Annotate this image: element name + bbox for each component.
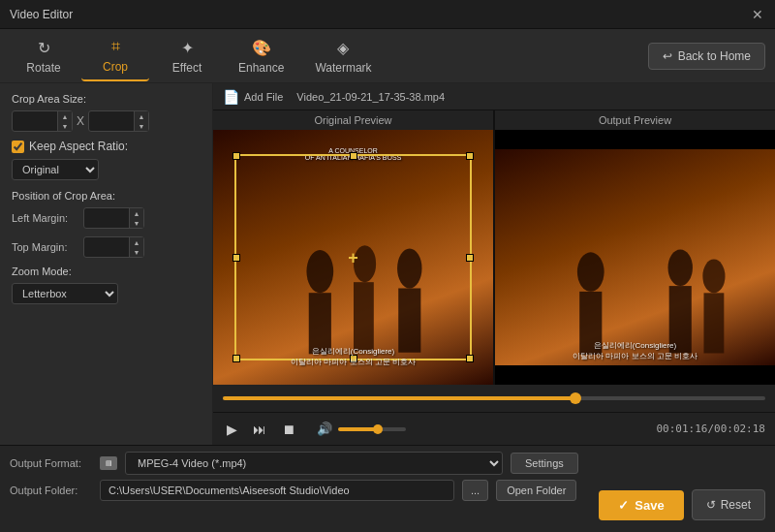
letterbox-top (495, 130, 775, 149)
preview-area: Original Preview (213, 110, 775, 385)
rotate-tab[interactable]: ↻ Rotate (10, 31, 78, 80)
original-preview-label: Original Preview (213, 110, 493, 130)
top-margin-label: Top Margin: (12, 241, 79, 253)
svg-point-0 (306, 250, 333, 293)
svg-point-4 (397, 249, 421, 289)
width-input[interactable]: 691 (13, 112, 57, 130)
svg-point-2 (354, 245, 376, 282)
controls-bar: ▶ ⏭ ⏹ 🔊 00:01:16/00:02:18 (213, 412, 775, 445)
svg-point-6 (576, 253, 604, 292)
letterbox-bottom (495, 365, 775, 385)
folder-label: Output Folder: (10, 485, 92, 496)
people-silhouettes-orig (241, 210, 465, 363)
keep-aspect-checkbox[interactable] (12, 141, 24, 153)
seek-area (213, 385, 775, 412)
enhance-icon: 🎨 (251, 37, 272, 58)
width-spinbox[interactable]: 691 ▲ ▼ (12, 110, 73, 132)
original-video-frame: A COUNSELOROF AN ITALIAN MAFIA'S BOSS + (213, 130, 493, 385)
height-input[interactable]: 335 (89, 112, 134, 130)
stop-button[interactable]: ⏹ (278, 420, 299, 439)
output-preview-panel: Output Preview (495, 110, 775, 385)
left-margin-up[interactable]: ▲ (130, 208, 143, 218)
file-bar: 📄 Add File Video_21-09-21_17-35-38.mp4 (213, 83, 775, 110)
crop-area-label: Crop Area Size: (12, 93, 201, 105)
x-separator: X (77, 114, 84, 128)
folder-path-input[interactable] (100, 480, 454, 501)
subtitle-orig: 은실리에리(Consigliere) 이탈리아 마피아 보스의 고문 비호사 (291, 346, 416, 367)
aspect-select[interactable]: Original (12, 159, 99, 180)
keep-aspect-label: Keep Aspect Ratio: (29, 140, 128, 153)
format-row: Output Format: ▤ MPEG-4 Video (*.mp4) Se… (10, 452, 765, 475)
reset-icon: ↺ (706, 498, 716, 512)
left-margin-spinbox[interactable]: 64 ▲ ▼ (83, 207, 144, 229)
seek-thumb[interactable] (570, 392, 581, 404)
fast-forward-button[interactable]: ⏭ (249, 420, 270, 439)
settings-button[interactable]: Settings (511, 453, 578, 474)
watermark-tab[interactable]: ◈ Watermark (301, 31, 385, 80)
watermark-icon: ◈ (332, 37, 354, 58)
position-label: Position of Crop Area: (12, 190, 201, 202)
video-title-text: A COUNSELOROF AN ITALIAN MAFIA'S BOSS (305, 147, 402, 161)
volume-section: 🔊 (317, 422, 406, 436)
effect-tab[interactable]: ✦ Effect (153, 31, 221, 80)
play-button[interactable]: ▶ (223, 420, 241, 439)
keep-aspect-row: Keep Aspect Ratio: (12, 140, 201, 153)
crop-size-row: 691 ▲ ▼ X 335 ▲ ▼ (12, 110, 201, 132)
height-spinbox[interactable]: 335 ▲ ▼ (88, 110, 149, 132)
svg-rect-3 (354, 282, 374, 351)
reset-button[interactable]: ↺ Reset (692, 489, 765, 520)
left-margin-down[interactable]: ▼ (130, 218, 143, 228)
timecode: 00:01:16/00:02:18 (656, 422, 765, 435)
save-button[interactable]: ✓ Save (599, 490, 683, 520)
app-title: Video Editor (10, 8, 73, 21)
right-content: 📄 Add File Video_21-09-21_17-35-38.mp4 O… (213, 83, 775, 445)
svg-point-10 (702, 260, 725, 294)
width-down[interactable]: ▼ (58, 121, 72, 131)
top-margin-row: Top Margin: 39 ▲ ▼ (12, 236, 201, 258)
left-panel: Crop Area Size: 691 ▲ ▼ X 335 ▲ ▼ Keep A… (0, 83, 213, 445)
effect-icon: ✦ (176, 37, 198, 58)
bottom-bar: Output Format: ▤ MPEG-4 Video (*.mp4) Se… (0, 445, 775, 532)
toolbar: ↻ Rotate ⌗ Crop ✦ Effect 🎨 Enhance ◈ Wat… (0, 29, 775, 83)
output-video-frame: 은실리에리(Consigliere)이탈리아 마피아 보스의 고문 비호사 (495, 130, 775, 385)
original-preview-panel: Original Preview (213, 110, 493, 385)
enhance-tab[interactable]: 🎨 Enhance (225, 31, 297, 80)
close-button[interactable]: ✕ (750, 7, 765, 22)
volume-slider[interactable] (338, 427, 406, 431)
top-margin-up[interactable]: ▲ (130, 237, 143, 247)
browse-button[interactable]: ... (462, 480, 488, 501)
svg-rect-5 (398, 289, 420, 353)
seek-slider[interactable] (223, 396, 765, 400)
height-down[interactable]: ▼ (135, 121, 148, 131)
original-video: A COUNSELOROF AN ITALIAN MAFIA'S BOSS + (213, 130, 493, 385)
back-icon: ↩ (663, 49, 672, 63)
title-bar: Video Editor ✕ (0, 0, 775, 29)
top-margin-spinbox[interactable]: 39 ▲ ▼ (83, 236, 144, 258)
zoom-label: Zoom Mode: (12, 266, 201, 277)
output-preview-label: Output Preview (495, 110, 775, 130)
left-margin-label: Left Margin: (12, 212, 79, 224)
svg-rect-11 (703, 294, 724, 354)
left-margin-input[interactable]: 64 (84, 209, 129, 227)
crop-tab[interactable]: ⌗ Crop (81, 30, 149, 81)
file-name: Video_21-09-21_17-35-38.mp4 (296, 91, 445, 103)
seek-fill (223, 396, 575, 400)
add-file-icon: 📄 (223, 89, 239, 105)
top-margin-down[interactable]: ▼ (130, 247, 143, 257)
open-folder-button[interactable]: Open Folder (496, 480, 576, 501)
back-to-home-button[interactable]: ↩ Back to Home (648, 43, 765, 70)
zoom-select[interactable]: Letterbox (12, 283, 118, 304)
format-select[interactable]: MPEG-4 Video (*.mp4) (125, 452, 503, 475)
format-label: Output Format: (10, 457, 92, 469)
add-file-button[interactable]: 📄 Add File (223, 89, 283, 105)
subtitle-out: 은실리에리(Consigliere)이탈리아 마피아 보스의 고문 비호사 (573, 340, 698, 361)
volume-icon: 🔊 (317, 422, 332, 436)
rotate-icon: ↻ (33, 37, 54, 58)
top-margin-input[interactable]: 39 (84, 238, 129, 256)
save-check-icon: ✓ (618, 498, 629, 513)
height-up[interactable]: ▲ (135, 111, 148, 121)
action-buttons: ✓ Save ↺ Reset (599, 489, 765, 520)
output-video: 은실리에리(Consigliere)이탈리아 마피아 보스의 고문 비호사 (495, 130, 775, 385)
width-up[interactable]: ▲ (58, 111, 72, 121)
svg-point-8 (667, 250, 692, 287)
